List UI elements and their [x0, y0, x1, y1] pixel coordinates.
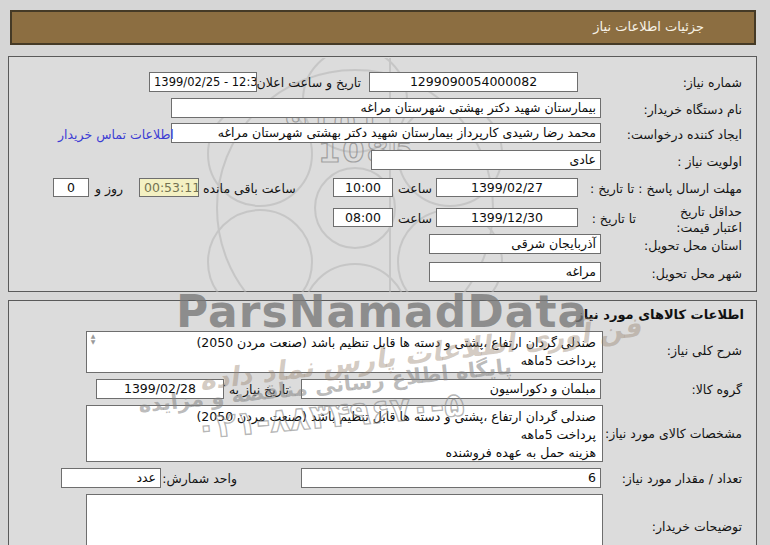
general-desc-textarea[interactable]: صندلی گردان ارتفاع ،پشتی و دسته ها قابل … [86, 331, 603, 373]
priority-field[interactable]: عادی [371, 150, 601, 170]
page-title: جزئیات اطلاعات نیاز [593, 19, 704, 34]
days-remaining-field[interactable]: 0 [53, 178, 89, 197]
goods-section-title: اطلاعات کالاهای مورد نیاز [576, 307, 744, 322]
page-title-bar: جزئیات اطلاعات نیاز [10, 10, 756, 45]
buyer-org-field[interactable]: بیمارستان شهید دکتر بهشتی شهرستان مراغه [171, 98, 601, 118]
requester-field[interactable]: محمد رضا رشیدی کارپرداز بیمارستان شهید د… [171, 123, 601, 143]
announce-datetime-field[interactable]: 1399/02/25 - 12:34 [149, 72, 257, 92]
remaining-label: ساعت باقی مانده [203, 181, 296, 196]
countdown-field: 00:53:11 [139, 178, 199, 197]
province-field[interactable]: آذربایجان شرقی [429, 234, 601, 254]
deadline-hour-label: ساعت [398, 181, 432, 196]
goods-group-field[interactable]: مبلمان و دکوراسیون [301, 379, 601, 399]
buyer-notes-label: توضیحات خریدار: [652, 519, 742, 534]
need-info-panel: شماره نیاز: 1299090054000082 تاریخ و ساع… [8, 56, 757, 292]
buyer-org-label: نام دستگاه خریدار: [644, 102, 742, 117]
validity-until-label: تا تاریخ : [592, 211, 636, 226]
goods-info-panel: اطلاعات کالاهای مورد نیاز شرح کلی نیاز: … [8, 300, 757, 545]
requester-label: ایجاد کننده درخواست: [627, 127, 742, 142]
specs-textarea[interactable]: صندلی گردان ارتفاع ،پشتی و دسته ها قابل … [86, 405, 603, 462]
deadline-date-field[interactable]: 1399/02/27 [436, 178, 578, 197]
textarea-scrollbar[interactable]: ▲▼ [88, 333, 98, 345]
province-label: استان محل تحویل: [644, 238, 742, 253]
need-details-page: 9101 1085 جزئیات اطلاعات نیاز شماره نیاز… [0, 0, 770, 545]
specs-label: مشخصات کالای مورد نیاز: [605, 426, 742, 441]
validity-date-field[interactable]: 1399/12/30 [436, 208, 578, 227]
unit-label: واحد شمارش: [162, 471, 237, 486]
goods-group-label: گروه کالا: [691, 382, 742, 397]
buyer-contact-link[interactable]: اطلاعات تماس خریدار [58, 127, 174, 142]
need-date-field[interactable]: 1399/02/28 [96, 379, 224, 399]
qty-field[interactable]: 6 [301, 468, 601, 488]
validity-hour-label: ساعت [398, 211, 432, 226]
deadline-label: مهلت ارسال پاسخ : تا تاریخ : [590, 181, 742, 196]
city-label: شهر محل تحویل: [652, 266, 742, 281]
priority-label: اولویت نیاز : [677, 154, 742, 169]
general-desc-label: شرح کلی نیاز: [667, 343, 742, 358]
deadline-time-field[interactable]: 10:00 [333, 178, 393, 197]
unit-field[interactable]: عدد [61, 468, 161, 488]
validity-time-field[interactable]: 08:00 [333, 208, 393, 227]
buyer-notes-textarea[interactable] [86, 494, 603, 545]
city-field[interactable]: مراغه [429, 262, 601, 282]
need-number-field[interactable]: 1299090054000082 [369, 72, 578, 92]
days-and-label: روز و [95, 181, 123, 196]
qty-label: تعداد / مقدار مورد نیاز: [622, 471, 742, 486]
need-number-label: شماره نیاز: [683, 75, 742, 90]
validity-label: حداقل تاریخ اعتبار قیمت: [654, 204, 742, 235]
